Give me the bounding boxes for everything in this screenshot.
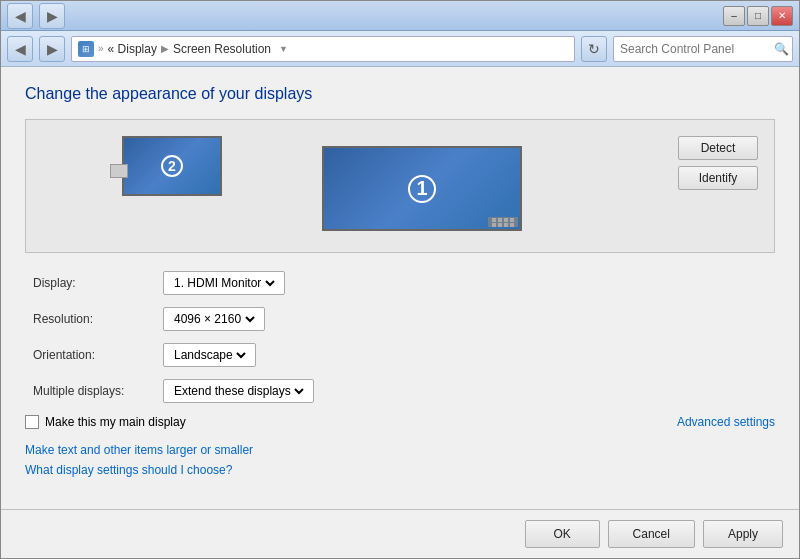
resolution-label: Resolution: bbox=[33, 312, 163, 326]
refresh-icon: ↻ bbox=[588, 41, 600, 57]
main-window: ◀ ▶ – □ ✕ ◀ ▶ ⊞ bbox=[0, 0, 800, 559]
checkbox-left: Make this my main display bbox=[25, 415, 186, 429]
monitors-area: 2 1 bbox=[42, 136, 522, 236]
monitor-2[interactable]: 2 bbox=[122, 136, 222, 196]
text-size-link[interactable]: Make text and other items larger or smal… bbox=[25, 443, 775, 457]
ok-button[interactable]: OK bbox=[525, 520, 600, 548]
breadcrumb-display[interactable]: « Display bbox=[108, 42, 157, 56]
resolution-control: 4096 × 2160 bbox=[163, 307, 265, 331]
bottom-bar: OK Cancel Apply bbox=[1, 509, 799, 558]
breadcrumb-resolution: Screen Resolution bbox=[173, 42, 271, 56]
minimize-icon: – bbox=[731, 10, 737, 21]
nav-forward-icon: ▶ bbox=[47, 41, 58, 57]
taskbar-cell bbox=[492, 223, 496, 227]
monitor-1-number: 1 bbox=[408, 175, 436, 203]
taskbar-grid bbox=[492, 218, 515, 227]
nav-bar: ◀ ▶ ⊞ » « Display ▶ Screen Resolution ▼ … bbox=[1, 31, 799, 67]
taskbar-cell bbox=[504, 218, 508, 222]
monitor-1[interactable]: 1 bbox=[322, 146, 522, 231]
breadcrumb: ⊞ » « Display ▶ Screen Resolution ▼ bbox=[71, 36, 575, 62]
checkbox-label: Make this my main display bbox=[45, 415, 186, 429]
multiple-displays-select[interactable]: Extend these displays bbox=[170, 383, 307, 399]
maximize-icon: □ bbox=[755, 10, 761, 21]
taskbar-cell bbox=[510, 218, 514, 222]
monitor-2-number: 2 bbox=[161, 155, 183, 177]
multiple-displays-setting-row: Multiple displays: Extend these displays bbox=[33, 379, 775, 403]
detect-button[interactable]: Detect bbox=[678, 136, 758, 160]
search-bar: 🔍 bbox=[613, 36, 793, 62]
settings-area: Display: 1. HDMI Monitor Resolution: 409… bbox=[25, 271, 775, 403]
multiple-displays-dropdown[interactable]: Extend these displays bbox=[163, 379, 314, 403]
nav-back-button[interactable]: ◀ bbox=[7, 36, 33, 62]
display-select[interactable]: 1. HDMI Monitor bbox=[170, 275, 278, 291]
search-input[interactable] bbox=[620, 42, 770, 56]
taskbar-cell bbox=[498, 218, 502, 222]
maximize-button[interactable]: □ bbox=[747, 6, 769, 26]
cancel-button[interactable]: Cancel bbox=[608, 520, 695, 548]
breadcrumb-separator1: » bbox=[98, 43, 104, 54]
close-button[interactable]: ✕ bbox=[771, 6, 793, 26]
resolution-select[interactable]: 4096 × 2160 bbox=[170, 311, 258, 327]
identify-button[interactable]: Identify bbox=[678, 166, 758, 190]
checkbox-row: Make this my main display Advanced setti… bbox=[25, 415, 775, 429]
detect-identify-buttons: Detect Identify bbox=[678, 136, 758, 190]
monitor-icon-left bbox=[110, 164, 128, 178]
taskbar-cell bbox=[504, 223, 508, 227]
main-content: Change the appearance of your displays 2… bbox=[1, 67, 799, 509]
display-settings-help-link[interactable]: What display settings should I choose? bbox=[25, 463, 775, 477]
advanced-settings-link[interactable]: Advanced settings bbox=[677, 415, 775, 429]
orientation-label: Orientation: bbox=[33, 348, 163, 362]
orientation-setting-row: Orientation: Landscape bbox=[33, 343, 775, 367]
display-dropdown[interactable]: 1. HDMI Monitor bbox=[163, 271, 285, 295]
minimize-button[interactable]: – bbox=[723, 6, 745, 26]
monitor-taskbar bbox=[488, 217, 518, 227]
forward-icon: ▶ bbox=[47, 8, 58, 24]
orientation-dropdown[interactable]: Landscape bbox=[163, 343, 256, 367]
taskbar-cell bbox=[510, 223, 514, 227]
title-bar-controls: – □ ✕ bbox=[723, 6, 793, 26]
multiple-displays-control: Extend these displays bbox=[163, 379, 314, 403]
close-icon: ✕ bbox=[778, 10, 786, 21]
back-icon: ◀ bbox=[15, 8, 26, 24]
display-preview-container: 2 1 bbox=[25, 119, 775, 253]
breadcrumb-dropdown-arrow: ▼ bbox=[279, 44, 288, 54]
multiple-displays-label: Multiple displays: bbox=[33, 384, 163, 398]
breadcrumb-icon: ⊞ bbox=[78, 41, 94, 57]
back-button[interactable]: ◀ bbox=[7, 3, 33, 29]
taskbar-cell bbox=[492, 218, 496, 222]
resolution-dropdown[interactable]: 4096 × 2160 bbox=[163, 307, 265, 331]
links-area: Make text and other items larger or smal… bbox=[25, 443, 775, 477]
title-bar-left: ◀ ▶ bbox=[7, 3, 65, 29]
breadcrumb-arrow-icon: ▶ bbox=[161, 43, 169, 54]
orientation-control: Landscape bbox=[163, 343, 256, 367]
page-title: Change the appearance of your displays bbox=[25, 85, 775, 103]
nav-forward-button[interactable]: ▶ bbox=[39, 36, 65, 62]
apply-button[interactable]: Apply bbox=[703, 520, 783, 548]
title-bar: ◀ ▶ – □ ✕ bbox=[1, 1, 799, 31]
display-setting-row: Display: 1. HDMI Monitor bbox=[33, 271, 775, 295]
refresh-button[interactable]: ↻ bbox=[581, 36, 607, 62]
nav-back-icon: ◀ bbox=[15, 41, 26, 57]
search-icon: 🔍 bbox=[774, 42, 789, 56]
orientation-select[interactable]: Landscape bbox=[170, 347, 249, 363]
taskbar-cell bbox=[498, 223, 502, 227]
main-display-checkbox[interactable] bbox=[25, 415, 39, 429]
forward-button[interactable]: ▶ bbox=[39, 3, 65, 29]
windows-icon: ⊞ bbox=[82, 44, 90, 54]
resolution-setting-row: Resolution: 4096 × 2160 bbox=[33, 307, 775, 331]
display-control: 1. HDMI Monitor bbox=[163, 271, 285, 295]
display-label: Display: bbox=[33, 276, 163, 290]
